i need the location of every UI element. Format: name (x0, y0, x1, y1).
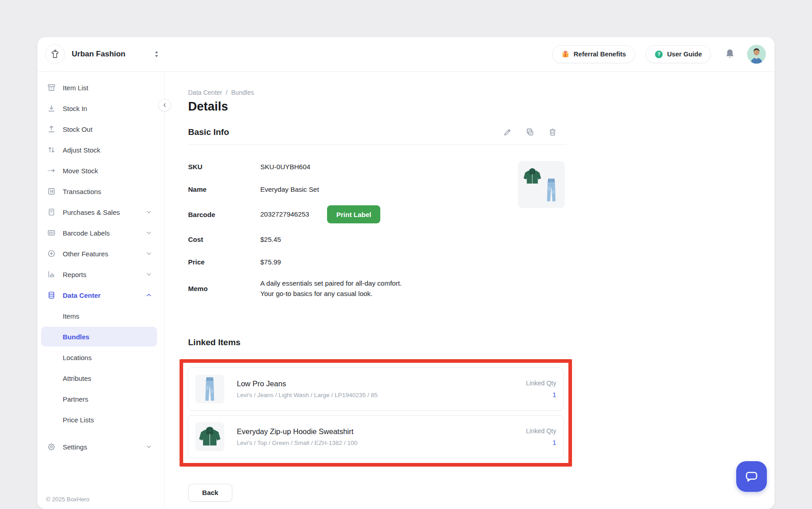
back-button[interactable]: Back (188, 484, 232, 502)
stock-in-icon (47, 104, 56, 113)
transactions-icon (47, 187, 56, 196)
sidebar-item-adjust-stock[interactable]: Adjust Stock (41, 140, 157, 160)
database-icon (47, 291, 56, 300)
price-value: $75.99 (260, 257, 281, 267)
sidebar-navigation: Item List Stock In Stock Out (37, 72, 165, 509)
sidebar-item-barcode-labels[interactable]: Barcode Labels (41, 223, 157, 243)
hoodie-image (522, 166, 543, 187)
basic-info-fields: SKU SKU-0UYBH604 Name Everyday Basic Set… (188, 160, 566, 299)
sidebar-item-price-lists[interactable]: Price Lists (41, 410, 157, 430)
sidebar-collapse-button[interactable] (158, 99, 171, 111)
chevron-down-icon (145, 271, 152, 278)
linked-item-name: Everyday Zip-up Hoodie Sweatshirt (237, 427, 357, 436)
edit-pencil-icon[interactable] (503, 128, 512, 137)
breadcrumb-data-center[interactable]: Data Center (188, 89, 222, 96)
chat-support-button[interactable] (736, 461, 767, 492)
sidebar-item-label: Data Center (63, 292, 101, 299)
linked-qty-label: Linked Qty (526, 379, 556, 387)
field-label: Price (188, 258, 260, 266)
sidebar-item-label: Price Lists (63, 416, 94, 424)
sidebar-item-purchases-sales[interactable]: Purchases & Sales (41, 202, 157, 222)
linked-item-card[interactable]: Everyday Zip-up Hoodie Sweatshirt Levi's… (188, 415, 564, 458)
field-label: Name (188, 185, 260, 193)
top-header: Urban Fashion Referral Bene (37, 37, 775, 72)
user-guide-button[interactable]: ? User Guide (646, 45, 711, 63)
sidebar-item-label: Other Features (63, 250, 108, 258)
breadcrumb: Data Center / Bundles (188, 89, 566, 96)
sidebar-item-stock-out[interactable]: Stock Out (41, 119, 157, 139)
sidebar-item-label: Purchases & Sales (63, 208, 120, 216)
field-label: Barcode (188, 211, 260, 218)
field-row-price: Price $75.99 (188, 255, 566, 268)
linked-item-name: Low Pro Jeans (237, 379, 378, 388)
sidebar-item-label: Items (63, 312, 79, 320)
linked-qty-value[interactable]: 1 (526, 439, 556, 446)
field-row-sku: SKU SKU-0UYBH604 (188, 160, 566, 173)
help-icon: ? (655, 50, 663, 59)
jeans-image (545, 177, 558, 203)
breadcrumb-bundles[interactable]: Bundles (231, 89, 254, 96)
sidebar-item-label: Bundles (63, 333, 89, 341)
jeans-thumbnail (195, 375, 224, 403)
referral-benefits-button[interactable]: Referral Benefits (552, 45, 635, 63)
delete-trash-icon[interactable] (548, 128, 557, 137)
sidebar-item-item-list[interactable]: Item List (41, 78, 157, 97)
sidebar-item-stock-in[interactable]: Stock In (41, 98, 157, 118)
sidebar-item-label: Partners (63, 395, 88, 403)
sidebar-item-partners[interactable]: Partners (41, 389, 157, 409)
sidebar-item-label: Barcode Labels (63, 229, 110, 237)
sidebar-item-other-features[interactable]: Other Features (41, 244, 157, 264)
field-row-name: Name Everyday Basic Set (188, 183, 566, 196)
field-label: Cost (188, 236, 260, 243)
name-value: Everyday Basic Set (260, 184, 319, 194)
linked-qty-value[interactable]: 1 (526, 391, 556, 398)
sidebar-item-label: Locations (63, 354, 92, 361)
adjust-stock-icon (47, 145, 56, 154)
barcode-icon (47, 228, 56, 237)
sidebar-item-items[interactable]: Items (41, 306, 157, 326)
field-row-memo: Memo A daily essentials set paired for a… (188, 278, 566, 299)
linked-item-text: Low Pro Jeans Levi's / Jeans / Light Was… (237, 379, 378, 398)
linked-qty-label: Linked Qty (526, 427, 556, 435)
sidebar-item-reports[interactable]: Reports (41, 264, 157, 284)
notifications-bell-icon[interactable] (724, 48, 735, 60)
print-label-button[interactable]: Print Label (327, 205, 380, 223)
sidebar-item-bundles[interactable]: Bundles (41, 327, 157, 347)
sidebar-item-label: Stock In (63, 105, 87, 112)
workspace-switcher[interactable]: Urban Fashion (45, 44, 160, 64)
hoodie-thumbnail (195, 422, 224, 451)
copyright-text: © 2025 BoxHero (46, 496, 89, 503)
linked-items-title: Linked Items (188, 338, 566, 347)
sidebar-item-label: Stock Out (63, 125, 92, 133)
chat-bubble-icon (744, 469, 759, 484)
highlight-annotation-box: Low Pro Jeans Levi's / Jeans / Light Was… (180, 359, 572, 467)
sidebar-item-label: Item List (63, 84, 88, 92)
linked-item-text: Everyday Zip-up Hoodie Sweatshirt Levi's… (237, 427, 357, 446)
sidebar-item-data-center[interactable]: Data Center (41, 285, 157, 305)
bundle-image[interactable] (518, 161, 565, 208)
linked-item-attributes: Levi's / Jeans / Light Wash / Large / LP… (237, 392, 378, 398)
sidebar-item-settings[interactable]: Settings (41, 437, 157, 457)
stock-out-icon (47, 125, 56, 134)
sidebar-item-locations[interactable]: Locations (41, 347, 157, 367)
linked-items-section: Linked Items Low Pro Jeans Levi's / Jean… (188, 338, 566, 502)
basic-info-title: Basic Info (188, 127, 229, 137)
user-guide-label: User Guide (667, 51, 702, 58)
field-row-cost: Cost $25.45 (188, 233, 566, 246)
sidebar-item-attributes[interactable]: Attributes (41, 368, 157, 388)
sidebar-item-label: Settings (63, 443, 87, 451)
page-title: Details (188, 100, 566, 114)
sidebar-item-transactions[interactable]: Transactions (41, 181, 157, 201)
field-label: SKU (188, 163, 260, 171)
sidebar-item-label: Transactions (63, 188, 101, 195)
chevron-up-icon (145, 292, 152, 299)
plus-circle-icon (47, 249, 56, 258)
workspace-switch-icon (153, 51, 160, 58)
linked-item-card[interactable]: Low Pro Jeans Levi's / Jeans / Light Was… (188, 367, 564, 411)
move-stock-icon (47, 166, 56, 175)
duplicate-copy-icon[interactable] (526, 128, 535, 137)
sidebar-item-move-stock[interactable]: Move Stock (41, 161, 157, 180)
breadcrumb-separator: / (226, 89, 227, 96)
user-avatar[interactable] (747, 45, 766, 64)
referral-benefits-label: Referral Benefits (574, 51, 626, 58)
